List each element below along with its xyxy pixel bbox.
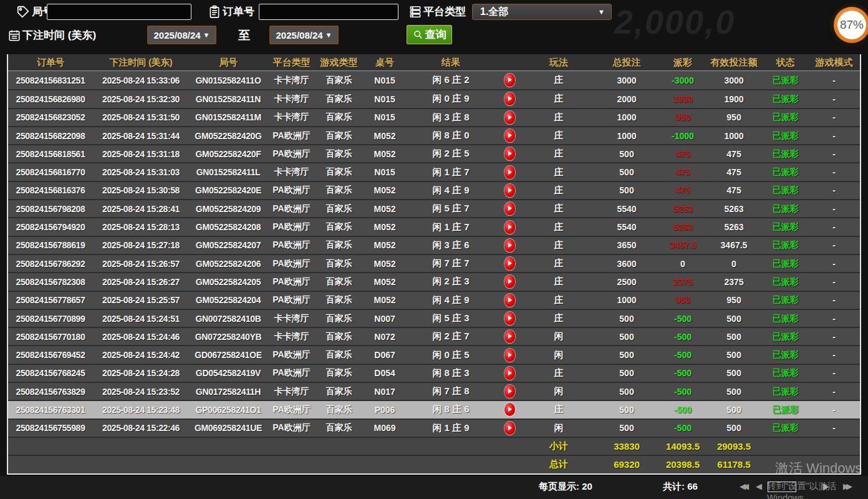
first-page-button[interactable]: ◀◀ xyxy=(740,482,746,491)
table-row[interactable]: 2508241567823082025-08-24 15:26:27GM0522… xyxy=(8,272,860,290)
replay-video-icon[interactable] xyxy=(504,312,515,325)
table-row[interactable]: 2508241568163762025-08-24 15:30:58GM0522… xyxy=(8,181,860,199)
table-row[interactable]: 2508241567701802025-08-24 15:24:46GN0722… xyxy=(8,327,860,345)
table-row[interactable]: 2508241567633012025-08-24 15:23:48GP0062… xyxy=(8,400,860,418)
game-type: 百家乐 xyxy=(316,273,362,290)
table-row[interactable]: 2508241567638292025-08-24 15:23:52GN0172… xyxy=(8,382,860,400)
replay-video-icon[interactable] xyxy=(504,385,515,398)
replay-video-icon[interactable] xyxy=(504,239,515,252)
payout: -500 xyxy=(660,383,705,400)
game-type: 百家乐 xyxy=(316,200,362,217)
page-jump-input[interactable] xyxy=(768,482,796,492)
replay-cell xyxy=(494,401,524,418)
table-row[interactable]: 2508241567559892025-08-24 15:22:46GM0692… xyxy=(8,419,860,437)
status: 已派彩 xyxy=(763,292,808,309)
platform-type-select[interactable]: 1.全部 ▼ xyxy=(472,4,612,20)
query-button[interactable]: 查询 xyxy=(407,25,452,44)
replay-video-icon[interactable] xyxy=(504,74,515,87)
table-row[interactable]: 2508241568230522025-08-24 15:31:50GN0152… xyxy=(8,108,860,126)
table-row[interactable]: 2508241567682452025-08-24 15:24:28GD0542… xyxy=(8,364,860,382)
replay-cell xyxy=(494,182,524,199)
order-number-label: 订单号 xyxy=(223,4,254,20)
table-row[interactable]: 2508241567786572025-08-24 15:25:57GM0522… xyxy=(8,291,860,309)
replay-video-icon[interactable] xyxy=(504,147,515,160)
order-number: 250824156768245 xyxy=(8,365,93,382)
date-from-select[interactable]: 2025/08/24 ▼ xyxy=(147,26,216,44)
table-row[interactable]: 2508241568269802025-08-24 15:32:30GN0152… xyxy=(8,89,860,107)
prev-page-button[interactable]: ◀ xyxy=(756,482,762,491)
platform-type: PA欧洲厅 xyxy=(268,127,316,144)
date-to-select[interactable]: 2025/08/24 ▼ xyxy=(269,26,339,44)
replay-video-icon[interactable] xyxy=(504,294,515,307)
replay-video-icon[interactable] xyxy=(504,367,515,380)
bet-side: 闲 xyxy=(524,420,593,437)
payout: -500 xyxy=(660,328,705,345)
replay-cell xyxy=(494,109,524,126)
game-number-input[interactable] xyxy=(47,4,191,20)
table-row[interactable]: 2508241567982082025-08-24 15:28:41GM0522… xyxy=(8,199,860,217)
table-row[interactable]: 2508241567708992025-08-24 15:24:51GN0072… xyxy=(8,309,860,327)
result: 闲 1 庄 7 xyxy=(407,218,494,235)
clipboard-icon xyxy=(208,4,221,19)
platform-type: 卡卡湾厅 xyxy=(268,90,316,107)
game-type: 百家乐 xyxy=(316,127,362,144)
game-number: GN0152582411N xyxy=(189,90,268,107)
replay-video-icon[interactable] xyxy=(504,111,515,124)
platform-type: PA欧洲厅 xyxy=(268,346,316,363)
table-row[interactable]: 2508241567694522025-08-24 15:24:42GD0672… xyxy=(8,345,860,363)
game-type: 百家乐 xyxy=(316,109,362,126)
payout: 475 xyxy=(660,145,705,162)
total-bet: 500 xyxy=(593,346,660,363)
replay-video-icon[interactable] xyxy=(504,184,515,197)
status: 已派彩 xyxy=(763,163,808,180)
replay-video-icon[interactable] xyxy=(504,221,515,234)
game-type: 百家乐 xyxy=(316,346,362,363)
bet-time: 2025-08-24 15:24:28 xyxy=(93,365,189,382)
subtotal-row: 小计 33830 14093.5 29093.5 xyxy=(8,437,860,455)
order-number: 250824156778657 xyxy=(8,292,93,309)
result: 闲 8 庄 3 xyxy=(407,365,494,382)
result: 闲 0 庄 5 xyxy=(407,346,494,363)
order-number: 250824156763301 xyxy=(8,401,93,418)
platform-type-value: 1.全部 xyxy=(480,6,508,19)
valid-bet: 500 xyxy=(705,310,763,327)
table-number: N015 xyxy=(362,90,407,107)
status: 已派彩 xyxy=(763,383,808,400)
platform-type: PA欧洲厅 xyxy=(268,200,316,217)
replay-video-icon[interactable] xyxy=(504,92,515,105)
valid-bet: 500 xyxy=(705,346,763,363)
table-row[interactable]: 2508241567886192025-08-24 15:27:18GM0522… xyxy=(8,236,860,254)
table-row[interactable]: 2508241567949202025-08-24 15:28:13GM0522… xyxy=(8,217,860,235)
platform-type: PA欧洲厅 xyxy=(268,273,316,290)
last-page-button[interactable]: ▶▶ xyxy=(843,482,849,491)
replay-video-icon[interactable] xyxy=(504,166,515,179)
replay-video-icon[interactable] xyxy=(504,275,515,288)
table-row[interactable]: 2508241568185612025-08-24 15:31:18GM0522… xyxy=(8,144,860,162)
table-row[interactable]: 2508241568220982025-08-24 15:31:44GM0522… xyxy=(8,126,860,144)
table-row[interactable]: 2508241568167702025-08-24 15:31:03GN0152… xyxy=(8,162,860,180)
replay-video-icon[interactable] xyxy=(504,403,515,416)
game-type: 百家乐 xyxy=(316,163,362,180)
payout: 1900 xyxy=(660,90,705,107)
next-page-button[interactable]: ▶ xyxy=(823,482,829,491)
replay-video-icon[interactable] xyxy=(504,349,515,362)
table-row[interactable]: 2508241567862922025-08-24 15:26:57GM0522… xyxy=(8,254,860,272)
replay-cell xyxy=(494,127,524,144)
replay-video-icon[interactable] xyxy=(504,422,515,435)
replay-video-icon[interactable] xyxy=(504,129,515,142)
result: 闲 2 庄 5 xyxy=(407,145,494,162)
replay-video-icon[interactable] xyxy=(504,330,515,343)
bet-time: 2025-08-24 15:24:42 xyxy=(93,346,189,363)
order-number-input[interactable] xyxy=(259,4,398,20)
platform-type: PA欧洲厅 xyxy=(268,420,316,437)
replay-video-icon[interactable] xyxy=(504,202,515,215)
result: 闲 8 庄 6 xyxy=(407,401,494,418)
status: 已派彩 xyxy=(763,90,808,107)
table-row[interactable]: 2508241568312512025-08-24 15:33:06GN0152… xyxy=(8,71,860,89)
bet-side: 庄 xyxy=(524,401,593,418)
replay-cell xyxy=(494,218,524,235)
bet-time: 2025-08-24 15:23:52 xyxy=(93,383,189,400)
replay-video-icon[interactable] xyxy=(504,257,515,270)
bet-side: 庄 xyxy=(524,163,593,180)
total-bet: 2000 xyxy=(593,90,660,107)
